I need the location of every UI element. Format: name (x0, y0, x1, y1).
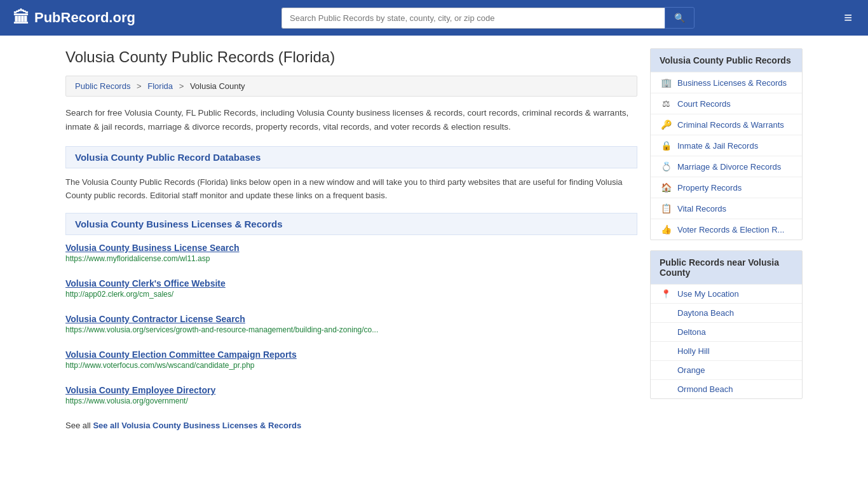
sidebar-item-property-label: Property Records (677, 183, 742, 193)
sidebar-nearby-title: Public Records near Volusia County (651, 251, 802, 284)
record-link-0: Volusia County Business License Search h… (65, 243, 637, 269)
sidebar-use-location[interactable]: 📍 Use My Location (651, 284, 802, 303)
sidebar-location-daytona[interactable]: Daytona Beach (651, 303, 802, 322)
record-link-2: Volusia County Contractor License Search… (65, 314, 637, 341)
breadcrumb: Public Records > Florida > Volusia Count… (65, 76, 637, 97)
sidebar-county-records-title: Volusia County Public Records (651, 49, 802, 72)
databases-description: The Volusia County Public Records (Flori… (65, 176, 637, 203)
search-bar: 🔍 (281, 7, 695, 29)
sidebar-nearby-box: Public Records near Volusia County 📍 Use… (650, 250, 803, 399)
sidebar-item-voter[interactable]: 👍 Voter Records & Election R... (651, 219, 802, 240)
logo-icon: 🏛 (13, 8, 29, 28)
menu-button[interactable]: ≡ (841, 6, 855, 29)
voter-icon: 👍 (660, 224, 672, 234)
record-link-1: Volusia County Clerk's Office Website ht… (65, 278, 637, 305)
sidebar-location-daytona-label: Daytona Beach (677, 308, 734, 318)
see-all: See all See all Volusia County Business … (65, 421, 637, 430)
site-header: 🏛 PubRecord.org 🔍 ≡ (0, 0, 868, 36)
breadcrumb-county: Volusia County (190, 81, 245, 91)
sidebar: Volusia County Public Records 🏢 Business… (650, 48, 803, 430)
breadcrumb-sep-2: > (179, 81, 186, 91)
criminal-icon: 🔑 (660, 119, 672, 130)
location-pin-icon: 📍 (660, 289, 672, 299)
sidebar-item-court[interactable]: ⚖ Court Records (651, 93, 802, 114)
sidebar-county-records-box: Volusia County Public Records 🏢 Business… (650, 48, 803, 240)
record-link-4: Volusia County Employee Directory https:… (65, 385, 637, 412)
sidebar-item-inmate[interactable]: 🔒 Inmate & Jail Records (651, 135, 802, 156)
record-link-3: Volusia County Election Committee Campai… (65, 349, 637, 376)
page-description: Search for free Volusia County, FL Publi… (65, 106, 637, 133)
record-link-url-0: https://www.myfloridalicense.com/wl11.as… (65, 254, 637, 263)
record-link-url-3: http://www.voterfocus.com/ws/wscand/cand… (65, 361, 637, 370)
search-button[interactable]: 🔍 (665, 7, 695, 29)
sidebar-item-voter-label: Voter Records & Election R... (677, 225, 784, 234)
record-link-title-1[interactable]: Volusia County Clerk's Office Website (65, 278, 637, 288)
site-logo[interactable]: 🏛 PubRecord.org (13, 8, 135, 28)
breadcrumb-florida[interactable]: Florida (147, 81, 173, 91)
breadcrumb-public-records[interactable]: Public Records (75, 81, 130, 91)
search-input[interactable] (281, 8, 665, 29)
sidebar-item-business-label: Business Licenses & Records (677, 78, 787, 88)
logo-text: PubRecord.org (34, 10, 135, 26)
record-link-url-2: https://www.volusia.org/services/growth-… (65, 325, 637, 334)
vital-icon: 📋 (660, 203, 672, 214)
inmate-icon: 🔒 (660, 140, 672, 151)
sidebar-item-marriage-label: Marriage & Divorce Records (677, 162, 781, 172)
marriage-icon: 💍 (660, 161, 672, 172)
record-link-title-2[interactable]: Volusia County Contractor License Search (65, 314, 637, 324)
sidebar-item-criminal[interactable]: 🔑 Criminal Records & Warrants (651, 114, 802, 135)
business-icon: 🏢 (660, 78, 672, 88)
record-link-url-1: http://app02.clerk.org/cm_sales/ (65, 290, 637, 299)
sidebar-item-marriage[interactable]: 💍 Marriage & Divorce Records (651, 156, 802, 177)
sidebar-location-ormond-label: Ormond Beach (677, 384, 733, 394)
sidebar-location-deltona[interactable]: Deltona (651, 322, 802, 341)
court-icon: ⚖ (660, 98, 672, 109)
sidebar-location-deltona-label: Deltona (677, 327, 706, 337)
sidebar-item-property[interactable]: 🏠 Property Records (651, 177, 802, 198)
breadcrumb-sep-1: > (137, 81, 144, 91)
sidebar-item-vital-label: Vital Records (677, 204, 726, 214)
see-all-link[interactable]: See all Volusia County Business Licenses… (93, 421, 301, 430)
sidebar-item-business[interactable]: 🏢 Business Licenses & Records (651, 72, 802, 93)
record-link-url-4: https://www.volusia.org/government/ (65, 396, 637, 405)
sidebar-item-vital[interactable]: 📋 Vital Records (651, 198, 802, 219)
business-section-header: Volusia County Business Licenses & Recor… (65, 213, 637, 235)
page-container: Volusia County Public Records (Florida) … (53, 36, 815, 443)
record-link-title-3[interactable]: Volusia County Election Committee Campai… (65, 349, 637, 360)
sidebar-use-location-label: Use My Location (677, 289, 739, 299)
page-title: Volusia County Public Records (Florida) (65, 48, 637, 66)
record-link-title-0[interactable]: Volusia County Business License Search (65, 243, 637, 253)
sidebar-location-ormond[interactable]: Ormond Beach (651, 379, 802, 398)
sidebar-item-inmate-label: Inmate & Jail Records (677, 141, 758, 151)
sidebar-item-court-label: Court Records (677, 99, 731, 109)
sidebar-item-criminal-label: Criminal Records & Warrants (677, 120, 784, 130)
databases-section-header: Volusia County Public Record Databases (65, 146, 637, 168)
sidebar-location-orange-label: Orange (677, 365, 705, 375)
main-content: Volusia County Public Records (Florida) … (65, 48, 637, 430)
property-icon: 🏠 (660, 182, 672, 193)
sidebar-location-holly-hill[interactable]: Holly Hill (651, 341, 802, 360)
sidebar-location-holly-hill-label: Holly Hill (677, 346, 710, 356)
sidebar-location-orange[interactable]: Orange (651, 360, 802, 379)
record-link-title-4[interactable]: Volusia County Employee Directory (65, 385, 637, 395)
